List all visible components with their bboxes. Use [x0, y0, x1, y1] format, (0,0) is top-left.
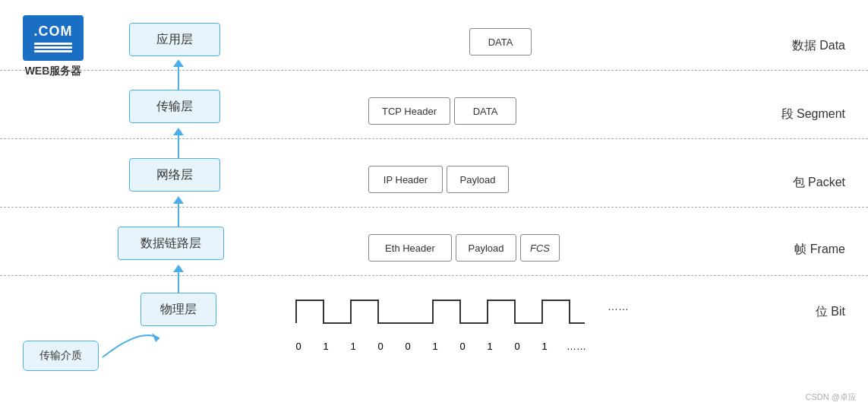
bit-0-1: 0: [285, 341, 312, 352]
bit-wave-ellipsis: ……: [608, 300, 629, 312]
divider-1: [0, 70, 868, 71]
arrow-head-app: [173, 59, 184, 67]
layer-box-datalink: 数据链路层: [118, 227, 224, 260]
arrow-head-transport: [173, 128, 184, 135]
bit-1-5: 1: [531, 341, 558, 352]
arrow-network: [173, 196, 184, 228]
layer-box-transport: 传输层: [129, 90, 220, 123]
arrow-line-network: [178, 204, 179, 228]
layer-box-network: 网络层: [129, 158, 220, 192]
arrow-app: [173, 59, 184, 91]
arrow-line-app: [178, 67, 179, 91]
data-block-fcs: FCS: [520, 234, 560, 262]
medium-box: 传输介质: [23, 341, 99, 371]
bit-0-5: 0: [503, 341, 531, 352]
svg-marker-0: [152, 333, 159, 342]
arrow-head-network: [173, 196, 184, 204]
label-segment: 段 Segment: [781, 106, 845, 122]
arrow-line-transport: [178, 135, 179, 160]
layer-box-app: 应用层: [129, 23, 220, 56]
label-frame: 帧 Frame: [794, 242, 845, 258]
data-block-payload1: Payload: [447, 166, 509, 193]
divider-4: [0, 275, 868, 276]
medium-arrow: [95, 312, 171, 373]
logo-line-1: [34, 43, 72, 45]
data-block-tcp-header: TCP Header: [368, 97, 450, 125]
label-packet: 包 Packet: [793, 175, 845, 191]
logo-area: .COM WEB服务器: [23, 15, 84, 78]
watermark: CSDN @卓应: [806, 392, 857, 403]
layer-network-label: 网络层: [156, 167, 193, 183]
data-block-eth-header: Eth Header: [368, 234, 452, 262]
main-container: .COM WEB服务器 应用层 传输层 网络层: [0, 0, 868, 409]
logo-line-2: [34, 46, 72, 49]
data-block-data2: DATA: [454, 97, 516, 125]
layer-transport-label: 传输层: [156, 99, 193, 115]
arrow-datalink: [173, 265, 184, 296]
bit-1-1: 1: [312, 341, 339, 352]
bit-ellipsis: ……: [558, 341, 595, 352]
data-block-app: DATA: [469, 28, 532, 55]
logo-box: .COM: [23, 15, 84, 61]
logo-line-3: [34, 50, 72, 52]
bit-numbers-row: 0 1 1 0 0 1 0 1 0 1 ……: [285, 341, 595, 352]
medium-label: 传输介质: [39, 349, 82, 363]
bit-0-3: 0: [394, 341, 421, 352]
bit-1-3: 1: [421, 341, 449, 352]
logo-lines: [34, 43, 72, 52]
logo-com-text: .COM: [34, 24, 73, 40]
layer-datalink-label: 数据链路层: [140, 236, 201, 252]
layer-app-label: 应用层: [156, 32, 193, 48]
divider-2: [0, 138, 868, 139]
bit-0-4: 0: [449, 341, 476, 352]
bit-0-2: 0: [367, 341, 394, 352]
label-data: 数据 Data: [792, 38, 845, 54]
arrow-transport: [173, 128, 184, 160]
label-bit: 位 Bit: [816, 304, 845, 320]
bit-1-4: 1: [476, 341, 503, 352]
bit-1-2: 1: [339, 341, 367, 352]
arrow-head-datalink: [173, 265, 184, 272]
logo-label: WEB服务器: [25, 65, 82, 78]
data-block-payload2: Payload: [456, 234, 516, 262]
divider-3: [0, 207, 868, 208]
data-block-ip-header: IP Header: [368, 166, 443, 193]
bit-wave: [289, 293, 638, 331]
